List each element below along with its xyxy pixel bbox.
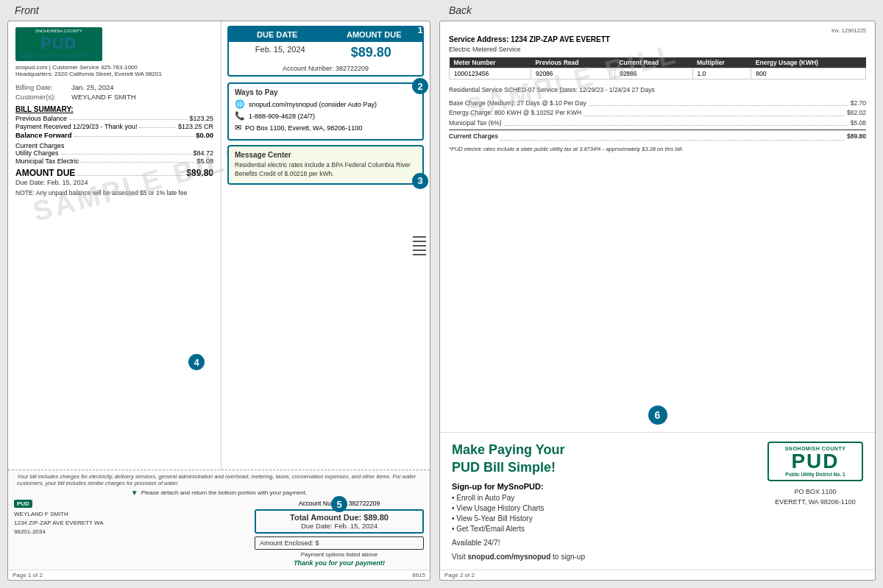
badge-4: 4 [188,354,205,370]
tax-note: *PUD electric rates include a state publ… [449,145,866,154]
ways-phone: 📞 1-888-909-4628 (24/7) [235,111,416,121]
current-charges-title: Current Charges [15,142,213,149]
badge-2: 2 [412,78,428,94]
dots-4 [61,154,191,155]
due-date-box: DUE DATE AMOUNT DUE Feb. 15, 2024 $89.80… [227,26,424,77]
billing-date-value: Jan. 25, 2024 [71,83,114,91]
tax-label: Municipal Tax Electric [15,157,79,165]
amount-due-header-label: AMOUNT DUE [326,27,423,42]
available-text: Available 24/7! [452,539,753,547]
triangle-icon: ▼ [131,489,138,497]
signup-item-2: View 5-Year Bill History [452,514,753,523]
current-charges-amount: $89.80 [847,132,866,142]
service-address: Service Address: 1234 ZIP-ZAP AVE EVERET… [449,35,866,43]
meter-col-5: Energy Usage (KWH) [751,57,866,68]
message-center-title: Message Center [235,151,416,159]
total-amount-box: Total Amount Due: $89.80 Due Date: Feb. … [255,509,424,534]
badge-5: 5 [331,496,347,512]
signup-item-0: Enroll in Auto Pay [452,494,753,502]
due-date-label: DUE DATE [229,27,326,42]
meter-col-2: Previous Read [531,57,614,68]
previous-balance-label: Previous Balance [15,115,67,122]
invoice-number: Inv. 12901225 [449,27,866,34]
back-label: Back [449,4,868,16]
total-due-date: Due Date: Feb. 15, 2024 [260,522,418,530]
previous-balance-value: $123.25 [189,115,213,122]
ways-mail: ✉ PO Box 1100, Everett, WA, 98206-1100 [235,123,416,132]
pud-contact: snopud.com | Customer Service 425-783-10… [15,64,213,77]
total-dots [500,140,845,141]
charge-amount-1: $82.02 [847,108,866,118]
charge-amount-2: $5.08 [851,118,866,129]
front-label: Front [15,4,449,16]
pud-back-badge: SNOHOMISH COUNTY PUD Public Utility Dist… [767,442,863,481]
thank-you-text: Thank you for your payment! [255,559,424,567]
phone-icon: 📞 [235,111,245,121]
customer-value: WEYLAND F SMITH [71,93,136,101]
pud-subtitle-text: PUBLIC UTILITY DISTRICT NO. 1 [19,54,99,60]
badge-3: 3 [412,173,428,189]
electric-metered: Electric Metered Service [449,46,866,53]
footer-account-number: PUD [14,500,247,507]
previous-read-cell: 92086 [531,68,614,79]
footer-note: Your bill includes charges for electrici… [14,473,424,486]
note-text: NOTE: Any unpaid balance will be assesse… [15,189,213,196]
make-paying-title: Make Paying Your PUD Bill Simple! [452,442,753,476]
tax-value: $5.08 [196,157,213,165]
pud-big-text: PUD [775,451,856,472]
residential-service-line: Residential Service SCHED-07 Service Dat… [449,85,866,96]
meter-row: 1000123456 92086 92886 1.0 800 [450,68,866,79]
badge-6: 6 [648,405,667,425]
meter-col-3: Current Read [614,57,692,68]
meter-col-4: Multiplier [692,57,751,68]
dots-3 [74,136,194,137]
multiplier-cell: 1.0 [692,68,751,79]
pud-address-back: PO BOX 1100 EVERETT, WA 98206-1100 [775,487,856,507]
bill-summary-title: BILL SUMMARY: [15,105,213,113]
current-charges-label: Current Charges [449,132,498,142]
customer-label: Customer(s): [15,93,67,101]
front-left-column: SNOHOMISH COUNTY PUD PUBLIC UTILITY DIST… [8,21,221,470]
charge-dots-1 [584,116,845,116]
due-date-note: Due Date: Feb. 15, 2024 [15,179,213,186]
ways-web-text: snopud.com/mysnopud (consider Auto Pay) [249,101,377,108]
current-read-cell: 92886 [614,68,692,79]
due-date-value: Feb. 15, 2024 [235,45,326,60]
mail-icon: ✉ [235,123,241,132]
front-page: SNOHOMISH COUNTY PUD PUBLIC UTILITY DIST… [7,21,430,581]
ways-mail-text: PO Box 1100, Everett, WA, 98206-1100 [245,124,362,132]
back-top-section: Inv. 12901225 Service Address: 1234 ZIP-… [440,21,875,433]
bottom-right: Account Number: 382722209 Total Amount D… [255,500,424,567]
dots-6 [77,175,184,176]
dots-5 [81,162,194,163]
amount-due-value: $89.80 [326,45,417,60]
make-paying-section: Make Paying Your PUD Bill Simple! Sign-u… [452,442,753,561]
back-bottom-section: Make Paying Your PUD Bill Simple! Sign-u… [440,433,875,570]
payment-value: $123.25 CR [178,123,213,130]
charge-label-0: Base Charge (Medium): 27 Days @ $.10 Per… [449,99,586,109]
back-page: Inv. 12901225 Service Address: 1234 ZIP-… [439,21,876,581]
charge-dots-2 [504,125,848,126]
globe-icon: 🌐 [235,99,245,109]
balance-label: Balance Forward [15,131,72,139]
total-amount-text: Total Amount Due: $89.80 [260,513,418,522]
pud-logo: SNOHOMISH COUNTY PUD PUBLIC UTILITY DIST… [15,27,213,61]
bottom-left: PUD WEYLAND F SMITH 1234 ZIP-ZAP AVE EVE… [14,500,247,567]
balance-value: $0.00 [196,131,213,139]
pud-logo-back: SNOHOMISH COUNTY PUD Public Utility Dist… [767,442,863,507]
dots-1 [69,119,187,120]
utility-value: $84.72 [193,149,213,157]
dots-2 [139,127,176,128]
front-right-column: DUE DATE AMOUNT DUE Feb. 15, 2024 $89.80… [221,21,430,470]
front-detach-section: Your bill includes charges for electrici… [8,470,430,570]
signup-item-3: Get Text/Email Alerts [452,525,753,533]
charge-dots-0 [589,105,848,106]
amount-due-summary: AMOUNT DUE $89.80 [15,168,213,178]
front-page-num: Page 1 of 2 6815 [8,570,430,580]
detach-notice: ▼ Please detach and return the bottom po… [14,489,424,497]
amount-enclosed-box: Amount Enclosed: $ [255,536,424,550]
energy-usage-cell: 800 [751,68,866,79]
ways-to-pay-box: Ways to Pay 🌐 snopud.com/mysnopud (consi… [227,82,424,141]
signup-list: Enroll in Auto Pay View Usage History Ch… [452,494,753,533]
pud-name-text: PUD [19,34,99,53]
